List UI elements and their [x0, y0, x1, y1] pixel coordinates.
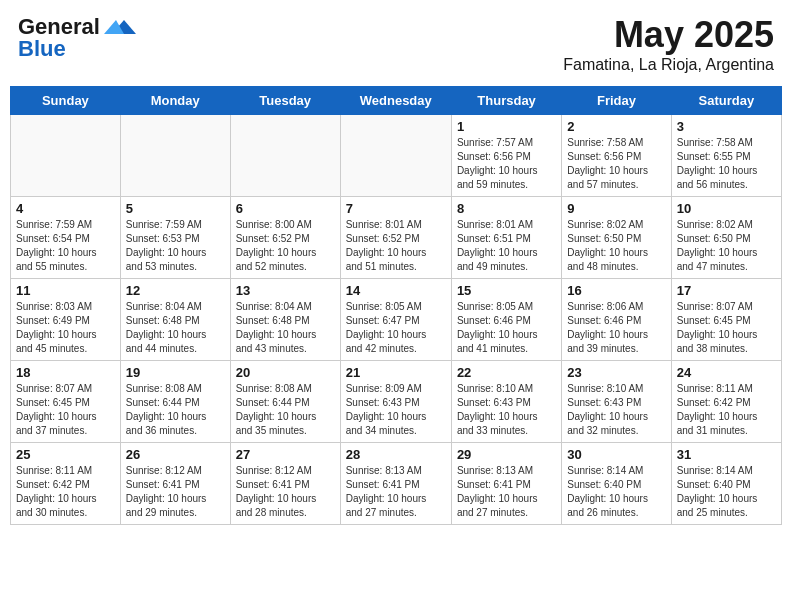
day-number: 26 [126, 447, 225, 462]
day-cell: 6Sunrise: 8:00 AM Sunset: 6:52 PM Daylig… [230, 197, 340, 279]
header-cell-monday: Monday [120, 87, 230, 115]
day-cell: 16Sunrise: 8:06 AM Sunset: 6:46 PM Dayli… [562, 279, 671, 361]
day-cell: 18Sunrise: 8:07 AM Sunset: 6:45 PM Dayli… [11, 361, 121, 443]
logo: General Blue [18, 14, 136, 62]
day-cell [11, 115, 121, 197]
day-cell: 1Sunrise: 7:57 AM Sunset: 6:56 PM Daylig… [451, 115, 561, 197]
day-info: Sunrise: 8:11 AM Sunset: 6:42 PM Dayligh… [677, 382, 776, 438]
day-info: Sunrise: 7:59 AM Sunset: 6:53 PM Dayligh… [126, 218, 225, 274]
day-cell: 8Sunrise: 8:01 AM Sunset: 6:51 PM Daylig… [451, 197, 561, 279]
day-info: Sunrise: 8:08 AM Sunset: 6:44 PM Dayligh… [126, 382, 225, 438]
day-number: 30 [567, 447, 665, 462]
logo-blue: Blue [18, 36, 66, 62]
day-number: 11 [16, 283, 115, 298]
header-cell-wednesday: Wednesday [340, 87, 451, 115]
day-cell [120, 115, 230, 197]
day-cell: 20Sunrise: 8:08 AM Sunset: 6:44 PM Dayli… [230, 361, 340, 443]
day-number: 10 [677, 201, 776, 216]
day-number: 6 [236, 201, 335, 216]
day-info: Sunrise: 8:08 AM Sunset: 6:44 PM Dayligh… [236, 382, 335, 438]
day-number: 3 [677, 119, 776, 134]
day-cell: 19Sunrise: 8:08 AM Sunset: 6:44 PM Dayli… [120, 361, 230, 443]
page-header: General Blue May 2025 Famatina, La Rioja… [10, 10, 782, 78]
day-number: 15 [457, 283, 556, 298]
day-info: Sunrise: 7:59 AM Sunset: 6:54 PM Dayligh… [16, 218, 115, 274]
day-cell: 24Sunrise: 8:11 AM Sunset: 6:42 PM Dayli… [671, 361, 781, 443]
day-info: Sunrise: 8:13 AM Sunset: 6:41 PM Dayligh… [457, 464, 556, 520]
day-number: 19 [126, 365, 225, 380]
day-info: Sunrise: 8:09 AM Sunset: 6:43 PM Dayligh… [346, 382, 446, 438]
day-info: Sunrise: 8:07 AM Sunset: 6:45 PM Dayligh… [16, 382, 115, 438]
day-cell: 11Sunrise: 8:03 AM Sunset: 6:49 PM Dayli… [11, 279, 121, 361]
day-number: 14 [346, 283, 446, 298]
day-number: 27 [236, 447, 335, 462]
day-number: 29 [457, 447, 556, 462]
calendar-subtitle: Famatina, La Rioja, Argentina [563, 56, 774, 74]
day-info: Sunrise: 8:14 AM Sunset: 6:40 PM Dayligh… [677, 464, 776, 520]
calendar-body: 1Sunrise: 7:57 AM Sunset: 6:56 PM Daylig… [11, 115, 782, 525]
day-info: Sunrise: 8:05 AM Sunset: 6:47 PM Dayligh… [346, 300, 446, 356]
day-number: 8 [457, 201, 556, 216]
week-row-1: 1Sunrise: 7:57 AM Sunset: 6:56 PM Daylig… [11, 115, 782, 197]
day-number: 28 [346, 447, 446, 462]
calendar-title: May 2025 [563, 14, 774, 56]
day-cell: 23Sunrise: 8:10 AM Sunset: 6:43 PM Dayli… [562, 361, 671, 443]
day-info: Sunrise: 8:01 AM Sunset: 6:52 PM Dayligh… [346, 218, 446, 274]
day-info: Sunrise: 7:57 AM Sunset: 6:56 PM Dayligh… [457, 136, 556, 192]
day-cell: 29Sunrise: 8:13 AM Sunset: 6:41 PM Dayli… [451, 443, 561, 525]
day-cell: 12Sunrise: 8:04 AM Sunset: 6:48 PM Dayli… [120, 279, 230, 361]
day-number: 17 [677, 283, 776, 298]
day-number: 18 [16, 365, 115, 380]
calendar-table: SundayMondayTuesdayWednesdayThursdayFrid… [10, 86, 782, 525]
day-info: Sunrise: 8:01 AM Sunset: 6:51 PM Dayligh… [457, 218, 556, 274]
day-cell: 22Sunrise: 8:10 AM Sunset: 6:43 PM Dayli… [451, 361, 561, 443]
title-section: May 2025 Famatina, La Rioja, Argentina [563, 14, 774, 74]
day-number: 22 [457, 365, 556, 380]
day-info: Sunrise: 8:07 AM Sunset: 6:45 PM Dayligh… [677, 300, 776, 356]
day-cell [230, 115, 340, 197]
day-info: Sunrise: 8:10 AM Sunset: 6:43 PM Dayligh… [567, 382, 665, 438]
day-number: 2 [567, 119, 665, 134]
week-row-5: 25Sunrise: 8:11 AM Sunset: 6:42 PM Dayli… [11, 443, 782, 525]
day-cell: 14Sunrise: 8:05 AM Sunset: 6:47 PM Dayli… [340, 279, 451, 361]
day-info: Sunrise: 8:12 AM Sunset: 6:41 PM Dayligh… [236, 464, 335, 520]
day-info: Sunrise: 8:13 AM Sunset: 6:41 PM Dayligh… [346, 464, 446, 520]
day-number: 21 [346, 365, 446, 380]
day-info: Sunrise: 8:05 AM Sunset: 6:46 PM Dayligh… [457, 300, 556, 356]
header-cell-sunday: Sunday [11, 87, 121, 115]
day-cell: 21Sunrise: 8:09 AM Sunset: 6:43 PM Dayli… [340, 361, 451, 443]
day-cell: 27Sunrise: 8:12 AM Sunset: 6:41 PM Dayli… [230, 443, 340, 525]
header-cell-saturday: Saturday [671, 87, 781, 115]
day-info: Sunrise: 7:58 AM Sunset: 6:56 PM Dayligh… [567, 136, 665, 192]
day-cell: 13Sunrise: 8:04 AM Sunset: 6:48 PM Dayli… [230, 279, 340, 361]
day-number: 13 [236, 283, 335, 298]
logo-icon [104, 16, 136, 38]
day-info: Sunrise: 8:03 AM Sunset: 6:49 PM Dayligh… [16, 300, 115, 356]
day-cell: 26Sunrise: 8:12 AM Sunset: 6:41 PM Dayli… [120, 443, 230, 525]
day-number: 12 [126, 283, 225, 298]
week-row-2: 4Sunrise: 7:59 AM Sunset: 6:54 PM Daylig… [11, 197, 782, 279]
day-cell: 9Sunrise: 8:02 AM Sunset: 6:50 PM Daylig… [562, 197, 671, 279]
week-row-3: 11Sunrise: 8:03 AM Sunset: 6:49 PM Dayli… [11, 279, 782, 361]
header-cell-thursday: Thursday [451, 87, 561, 115]
day-info: Sunrise: 8:12 AM Sunset: 6:41 PM Dayligh… [126, 464, 225, 520]
header-cell-tuesday: Tuesday [230, 87, 340, 115]
day-info: Sunrise: 8:14 AM Sunset: 6:40 PM Dayligh… [567, 464, 665, 520]
day-cell: 4Sunrise: 7:59 AM Sunset: 6:54 PM Daylig… [11, 197, 121, 279]
day-info: Sunrise: 8:02 AM Sunset: 6:50 PM Dayligh… [677, 218, 776, 274]
day-cell: 17Sunrise: 8:07 AM Sunset: 6:45 PM Dayli… [671, 279, 781, 361]
day-cell: 30Sunrise: 8:14 AM Sunset: 6:40 PM Dayli… [562, 443, 671, 525]
header-row: SundayMondayTuesdayWednesdayThursdayFrid… [11, 87, 782, 115]
header-cell-friday: Friday [562, 87, 671, 115]
day-number: 4 [16, 201, 115, 216]
calendar-header: SundayMondayTuesdayWednesdayThursdayFrid… [11, 87, 782, 115]
day-info: Sunrise: 8:02 AM Sunset: 6:50 PM Dayligh… [567, 218, 665, 274]
day-cell: 3Sunrise: 7:58 AM Sunset: 6:55 PM Daylig… [671, 115, 781, 197]
day-info: Sunrise: 8:00 AM Sunset: 6:52 PM Dayligh… [236, 218, 335, 274]
day-info: Sunrise: 8:11 AM Sunset: 6:42 PM Dayligh… [16, 464, 115, 520]
day-number: 20 [236, 365, 335, 380]
day-number: 1 [457, 119, 556, 134]
week-row-4: 18Sunrise: 8:07 AM Sunset: 6:45 PM Dayli… [11, 361, 782, 443]
day-number: 31 [677, 447, 776, 462]
day-cell: 28Sunrise: 8:13 AM Sunset: 6:41 PM Dayli… [340, 443, 451, 525]
